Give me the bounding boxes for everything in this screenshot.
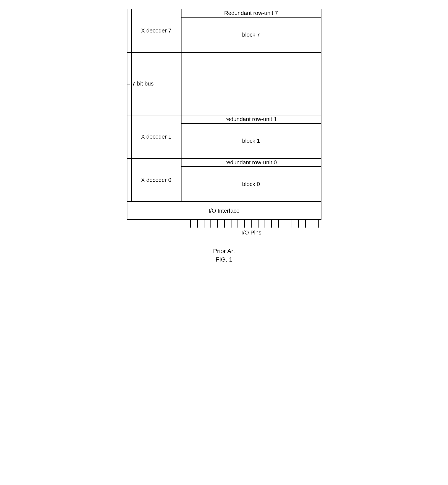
bus-column xyxy=(128,159,132,201)
io-pin xyxy=(271,220,272,228)
io-pin xyxy=(292,220,292,228)
bus-column xyxy=(128,9,132,52)
io-pins-label-row: I/O Pins xyxy=(127,228,321,236)
block-1: block 1 xyxy=(182,124,321,158)
io-pin xyxy=(210,220,211,228)
io-pin xyxy=(251,220,252,228)
block-column-bus xyxy=(182,53,321,115)
block-column-1: redundant row-unit 1 block 1 xyxy=(182,115,321,158)
block-0: block 0 xyxy=(182,167,321,201)
bus-tick-mark xyxy=(127,84,130,84)
io-pin xyxy=(312,220,312,228)
io-pin xyxy=(224,220,225,228)
io-pins xyxy=(182,220,321,228)
decoder-0-label: X decoder 0 xyxy=(141,177,171,183)
decoder-1: X decoder 1 xyxy=(132,115,182,158)
bus-label-cell: 7-bit bus xyxy=(132,53,182,115)
section-7: X decoder 7 Redundant row-unit 7 block 7 xyxy=(128,9,321,53)
io-pin xyxy=(190,220,191,228)
figure-caption: Prior Art FIG. 1 xyxy=(213,247,235,264)
io-pin xyxy=(285,220,285,228)
caption-line1: Prior Art xyxy=(213,247,235,255)
io-pin xyxy=(318,220,319,228)
io-pin xyxy=(244,220,245,228)
io-interface: I/O Interface xyxy=(128,202,321,219)
caption-line2: FIG. 1 xyxy=(213,255,235,264)
block-7: block 7 xyxy=(182,17,321,52)
io-pin xyxy=(231,220,232,228)
bus-column xyxy=(128,115,132,158)
memory-chip-diagram: X decoder 7 Redundant row-unit 7 block 7… xyxy=(127,9,321,220)
block-column-7: Redundant row-unit 7 block 7 xyxy=(182,9,321,52)
io-pin xyxy=(217,220,218,228)
io-pins-label: I/O Pins xyxy=(182,229,321,236)
section-0: X decoder 0 redundant row-unit 0 block 0 xyxy=(128,159,321,202)
decoder-1-label: X decoder 1 xyxy=(141,133,171,140)
io-pin xyxy=(238,220,238,228)
block-column-0: redundant row-unit 0 block 0 xyxy=(182,159,321,201)
redundant-row-0: redundant row-unit 0 xyxy=(182,159,321,167)
io-pins-container xyxy=(127,220,321,228)
io-pin xyxy=(305,220,306,228)
io-pin xyxy=(264,220,265,228)
section-bus: 7-bit bus xyxy=(128,53,321,115)
bus-label: 7-bit bus xyxy=(132,80,154,87)
decoder-0: X decoder 0 xyxy=(132,159,182,201)
section-1: X decoder 1 redundant row-unit 1 block 1 xyxy=(128,115,321,159)
io-pin xyxy=(197,220,198,228)
io-pin xyxy=(258,220,258,228)
redundant-row-7: Redundant row-unit 7 xyxy=(182,9,321,17)
io-pin xyxy=(204,220,204,228)
io-pin xyxy=(298,220,299,228)
io-pin xyxy=(184,220,184,228)
decoder-7: X decoder 7 xyxy=(132,9,182,52)
redundant-row-1: redundant row-unit 1 xyxy=(182,115,321,124)
io-pin xyxy=(278,220,279,228)
decoder-7-label: X decoder 7 xyxy=(141,27,171,34)
